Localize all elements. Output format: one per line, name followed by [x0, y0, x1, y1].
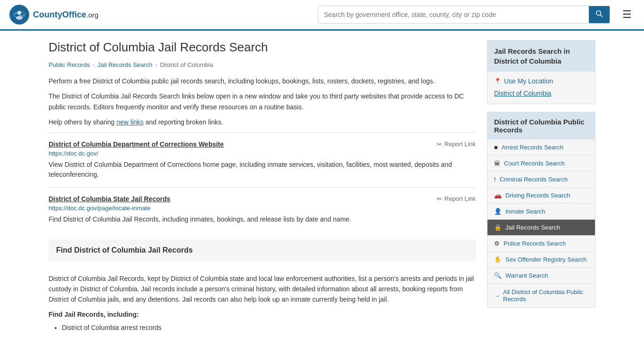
find-subheading: Find Jail Records, including:	[49, 311, 476, 318]
record-url-1[interactable]: https://doc.dc.gov/page/locate-inmate	[49, 205, 476, 212]
search-button[interactable]	[589, 6, 610, 23]
sidebar-icon-3: 🚗	[494, 192, 502, 199]
all-records-label: All District of Columbia Public Records	[503, 288, 588, 303]
breadcrumb: Public Records › Jail Records Search › D…	[49, 61, 476, 68]
record-entry-0: District of Columbia Department of Corre…	[49, 132, 476, 187]
report-label-0: Report Link	[445, 140, 476, 148]
sidebar-link-7[interactable]: Sex Offender Registry Search	[505, 256, 586, 263]
sidebar-box-2-header: District of Columbia Public Records	[487, 112, 595, 140]
record-header-0: District of Columbia Department of Corre…	[49, 140, 476, 148]
sidebar-link-0[interactable]: Arrest Records Search	[502, 144, 564, 151]
menu-button[interactable]: ☰	[619, 6, 635, 24]
location-icon: 📍	[494, 78, 501, 84]
sidebar-record-3[interactable]: 🚗Driving Records Search	[487, 188, 595, 204]
report-icon-0: ✂	[437, 140, 442, 148]
sidebar-icon-6: ⚙	[494, 240, 500, 247]
find-heading: Find District of Columbia Jail Records	[56, 246, 468, 255]
new-links-link[interactable]: new links	[116, 118, 144, 126]
record-desc-0: View District of Columbia Department of …	[49, 160, 476, 180]
sidebar: Jail Records Search in District of Colum…	[487, 40, 595, 337]
logo-link[interactable]: CountyOffice.org	[9, 5, 99, 25]
sidebar-icon-7: ✋	[494, 256, 502, 263]
sidebar-box-2: District of Columbia Public Records ■Arr…	[487, 112, 595, 308]
sidebar-icon-8: 🔍	[494, 272, 502, 279]
sidebar-box-1-header: Jail Records Search in District of Colum…	[487, 41, 595, 72]
sidebar-record-2[interactable]: !Criminal Records Search	[487, 172, 595, 188]
logo-name: CountyOffice.org	[33, 10, 99, 20]
sidebar-link-8[interactable]: Warrant Search	[505, 272, 548, 279]
sidebar-record-5[interactable]: 🔒Jail Records Search	[487, 220, 595, 236]
breadcrumb-jail-records[interactable]: Jail Records Search	[98, 61, 152, 68]
dc-link[interactable]: District of Columbia	[494, 90, 588, 97]
find-item-0: District of Columbia arrest records	[62, 322, 476, 334]
breadcrumb-dc: District of Columbia	[160, 61, 213, 68]
sidebar-icon-0: ■	[494, 144, 498, 151]
svg-line-5	[600, 15, 602, 16]
search-input[interactable]	[318, 6, 589, 23]
sidebar-box-1-body: 📍 Use My Location District of Columbia	[487, 72, 595, 104]
record-header-1: District of Columbia State Jail Records …	[49, 195, 476, 203]
sidebar-link-3[interactable]: Driving Records Search	[505, 192, 570, 199]
report-label-1: Report Link	[445, 195, 476, 202]
page-container: District of Columbia Jail Records Search…	[39, 31, 605, 346]
sidebar-label-5: Jail Records Search	[505, 224, 560, 231]
sidebar-record-6[interactable]: ⚙Police Records Search	[487, 236, 595, 252]
search-bar	[318, 6, 610, 24]
record-title-0[interactable]: District of Columbia Department of Corre…	[49, 140, 224, 148]
record-title-1[interactable]: District of Columbia State Jail Records	[49, 195, 170, 203]
record-entry-1: District of Columbia State Jail Records …	[49, 187, 476, 232]
sidebar-record-4[interactable]: 👤Inmate Search	[487, 204, 595, 220]
sidebar-icon-2: !	[494, 176, 496, 183]
find-section: Find District of Columbia Jail Records	[49, 239, 476, 261]
sidebar-link-2[interactable]: Criminal Records Search	[500, 176, 568, 183]
description-3: Help others by sharing new links and rep…	[49, 117, 476, 127]
record-desc-1: Find District of Columbia Jail Records, …	[49, 214, 476, 224]
svg-point-2	[16, 16, 23, 20]
sidebar-icon-1: 🏛	[494, 160, 500, 167]
site-header: CountyOffice.org ☰	[0, 0, 644, 31]
sidebar-icon-5: 🔒	[494, 224, 502, 231]
sidebar-link-1[interactable]: Court Records Search	[504, 160, 565, 167]
svg-point-1	[17, 11, 21, 15]
report-link-0[interactable]: ✂ Report Link	[437, 140, 476, 148]
logo-icon	[9, 5, 29, 25]
all-records-link[interactable]: →All District of Columbia Public Records	[487, 284, 595, 307]
page-title: District of Columbia Jail Records Search	[49, 40, 476, 55]
sidebar-record-1[interactable]: 🏛Court Records Search	[487, 156, 595, 172]
records-container: District of Columbia Department of Corre…	[49, 132, 476, 232]
sidebar-box-1: Jail Records Search in District of Colum…	[487, 40, 595, 104]
description-2: The District of Columbia Jail Records Se…	[49, 91, 476, 112]
sidebar-record-8[interactable]: 🔍Warrant Search	[487, 268, 595, 284]
sidebar-link-4[interactable]: Inmate Search	[505, 208, 545, 215]
record-url-0[interactable]: https://doc.dc.gov/	[49, 150, 476, 157]
breadcrumb-public-records[interactable]: Public Records	[49, 61, 90, 68]
description-1: Perform a free District of Columbia publ…	[49, 76, 476, 86]
svg-point-4	[596, 11, 601, 15]
use-my-location[interactable]: 📍 Use My Location	[494, 77, 588, 85]
sidebar-icon-4: 👤	[494, 208, 502, 215]
sidebar-record-0[interactable]: ■Arrest Records Search	[487, 140, 595, 156]
sidebar-record-7[interactable]: ✋Sex Offender Registry Search	[487, 252, 595, 268]
find-section-body: District of Columbia Jail Records, kept …	[49, 268, 476, 337]
find-items-list: District of Columbia arrest records	[62, 322, 476, 334]
use-my-location-link[interactable]: Use My Location	[504, 77, 553, 85]
main-content: District of Columbia Jail Records Search…	[49, 40, 476, 337]
report-link-1[interactable]: ✂ Report Link	[437, 195, 476, 203]
sidebar-records-body: ■Arrest Records Search🏛Court Records Sea…	[487, 140, 595, 307]
arrow-icon: →	[494, 292, 500, 299]
report-icon-1: ✂	[437, 195, 442, 203]
sidebar-link-6[interactable]: Police Records Search	[504, 240, 566, 247]
find-paragraph: District of Columbia Jail Records, kept …	[49, 273, 476, 305]
